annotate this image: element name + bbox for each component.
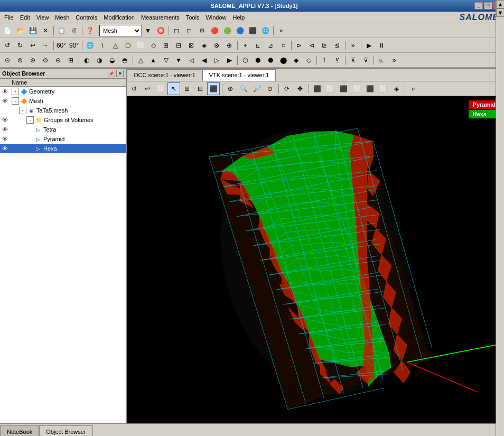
r2-20[interactable]: ⊾ <box>251 39 264 52</box>
r3-more[interactable]: » <box>388 54 400 67</box>
menu-file[interactable]: File <box>1 13 17 22</box>
tb-icon-1[interactable]: ◻ <box>170 24 183 37</box>
menu-help[interactable]: Help <box>230 13 248 22</box>
r2-26[interactable]: ⊴ <box>331 39 343 52</box>
r3-15[interactable]: ◁ <box>185 54 198 67</box>
ob-header-controls[interactable]: 📌 ✕ <box>108 70 124 77</box>
menu-window[interactable]: Window <box>202 13 229 22</box>
close-doc-button[interactable]: ✕ <box>39 24 52 37</box>
r2-13[interactable]: ⊞ <box>160 39 172 52</box>
r3-1[interactable]: ⊙ <box>1 54 14 67</box>
open-button[interactable]: 📂 <box>14 24 26 37</box>
expand-groups[interactable]: - <box>26 116 34 124</box>
print-button[interactable]: 🖨 <box>68 24 80 37</box>
r3-22[interactable]: ⬤ <box>277 54 290 67</box>
r3-27[interactable]: ⊼ <box>347 54 359 67</box>
r2-24[interactable]: ⊲ <box>305 39 318 52</box>
minimize-button[interactable]: _ <box>474 2 483 10</box>
r3-17[interactable]: ▷ <box>210 54 223 67</box>
r3-18[interactable]: ▶ <box>223 54 236 67</box>
r2-25[interactable]: ⊵ <box>318 39 331 52</box>
r3-9[interactable]: ◒ <box>106 54 118 67</box>
r2-15[interactable]: ⊠ <box>185 39 198 52</box>
r3-16[interactable]: ◀ <box>198 54 210 67</box>
vp-rotate[interactable]: ⟳ <box>281 82 293 95</box>
menu-measurements[interactable]: Measurements <box>138 13 183 22</box>
menu-view[interactable]: View <box>33 13 52 22</box>
ob-close-button[interactable]: ✕ <box>116 70 124 77</box>
tb-icon-5[interactable]: 🟢 <box>221 24 234 37</box>
tb-icon-8[interactable]: 🌐 <box>259 24 272 37</box>
vp-pan[interactable]: ✥ <box>294 82 306 95</box>
expand-mesh[interactable]: - <box>12 97 19 105</box>
r2-more[interactable]: » <box>347 39 359 52</box>
vp-view-front[interactable]: ⬛ <box>311 82 323 95</box>
r3-26[interactable]: ⊻ <box>331 54 343 67</box>
menu-mesh[interactable]: Mesh <box>52 13 72 22</box>
r2-22[interactable]: ⌗ <box>277 39 290 52</box>
r3-12[interactable]: ▲ <box>147 54 160 67</box>
r2-19[interactable]: ⌖ <box>239 39 251 52</box>
tab-vtk[interactable]: VTK scene:1 - viewer:1 <box>202 69 276 81</box>
r3-5[interactable]: ⊝ <box>52 54 64 67</box>
r3-14[interactable]: ▼ <box>172 54 185 67</box>
r2-12[interactable]: ◇ <box>147 39 160 52</box>
r3-20[interactable]: ⬢ <box>251 54 264 67</box>
tree-item-tetra[interactable]: 👁 ▷ Tetra <box>0 125 126 134</box>
vp-zoom-sel[interactable]: ⊙ <box>264 82 276 95</box>
menu-controls[interactable]: Controls <box>72 13 100 22</box>
r2-9[interactable]: △ <box>109 39 122 52</box>
r3-6[interactable]: ⊞ <box>64 54 77 67</box>
tb-icon-6[interactable]: 🔵 <box>234 24 246 37</box>
tab-notebook[interactable]: NoteBook <box>0 425 39 436</box>
r2-17[interactable]: ⊗ <box>210 39 223 52</box>
r2-23[interactable]: ⊳ <box>293 39 305 52</box>
r2-4[interactable]: → <box>39 39 52 52</box>
r3-11[interactable]: △ <box>134 54 147 67</box>
r2-3[interactable]: ↩ <box>26 39 39 52</box>
r3-19[interactable]: ⬡ <box>239 54 251 67</box>
menu-edit[interactable]: Edit <box>17 13 33 22</box>
tree-item-geometry[interactable]: 👁 + 🔷 Geometry <box>0 87 126 96</box>
r2-14[interactable]: ⊟ <box>172 39 185 52</box>
r3-29[interactable]: ⊾ <box>375 54 388 67</box>
vp-select3[interactable]: ⊟ <box>194 82 207 95</box>
vp-view-bottom[interactable]: ⬜ <box>350 82 363 95</box>
r3-4[interactable]: ⊜ <box>39 54 52 67</box>
vp-view-back[interactable]: ⬜ <box>324 82 337 95</box>
tree-item-hexa[interactable]: 👁 ▷ Hexa <box>0 144 126 153</box>
help-button[interactable]: ❓ <box>83 24 96 37</box>
vp-select4[interactable]: ⬛ <box>207 82 220 95</box>
vp-zoom-in[interactable]: 🔍 <box>237 82 250 95</box>
r2-11[interactable]: ⬜ <box>134 39 147 52</box>
vp-select2[interactable]: ⊞ <box>181 82 193 95</box>
r3-21[interactable]: ⬣ <box>264 54 277 67</box>
menu-tools[interactable]: Tools <box>183 13 203 22</box>
tb-icon-4[interactable]: 🔴 <box>208 24 221 37</box>
vp-select-rect[interactable]: ⬜ <box>154 82 167 95</box>
vp-reset-button[interactable]: ↺ <box>128 82 141 95</box>
tab-occ[interactable]: OCC scene:1 - viewer:1 <box>127 69 202 81</box>
r2-6[interactable]: 90° <box>68 39 80 52</box>
r2-21[interactable]: ⊿ <box>264 39 277 52</box>
r2-5[interactable]: 60° <box>55 39 68 52</box>
r3-28[interactable]: ⊽ <box>359 54 372 67</box>
r2-far2[interactable]: ⏸ <box>375 39 388 52</box>
module-go-button[interactable]: ▼ <box>142 24 154 37</box>
tree-item-groups[interactable]: 👁 - 📁 Groups of Volumes <box>0 115 126 125</box>
module-icon-button[interactable]: ⭕ <box>154 24 167 37</box>
r2-far1[interactable]: ▶ <box>362 39 375 52</box>
menu-modification[interactable]: Modification <box>100 13 138 22</box>
r3-23[interactable]: ◆ <box>290 54 302 67</box>
save-button[interactable]: 💾 <box>26 24 39 37</box>
tb-icon-2[interactable]: ◻ <box>183 24 195 37</box>
r2-7[interactable]: 🌐 <box>83 39 96 52</box>
tree-item-tatamesh[interactable]: - ◉ TaTa5.mesh <box>0 106 126 115</box>
r3-2[interactable]: ⊚ <box>14 54 26 67</box>
r2-2[interactable]: ↻ <box>14 39 26 52</box>
tb-icon-3[interactable]: ⚙ <box>195 24 208 37</box>
vp-zoom-out[interactable]: 🔎 <box>250 82 263 95</box>
vp-view-top[interactable]: ⬛ <box>337 82 350 95</box>
vp-undo-button[interactable]: ↩ <box>141 82 154 95</box>
vp-select-arrow[interactable]: ↖ <box>167 82 180 95</box>
